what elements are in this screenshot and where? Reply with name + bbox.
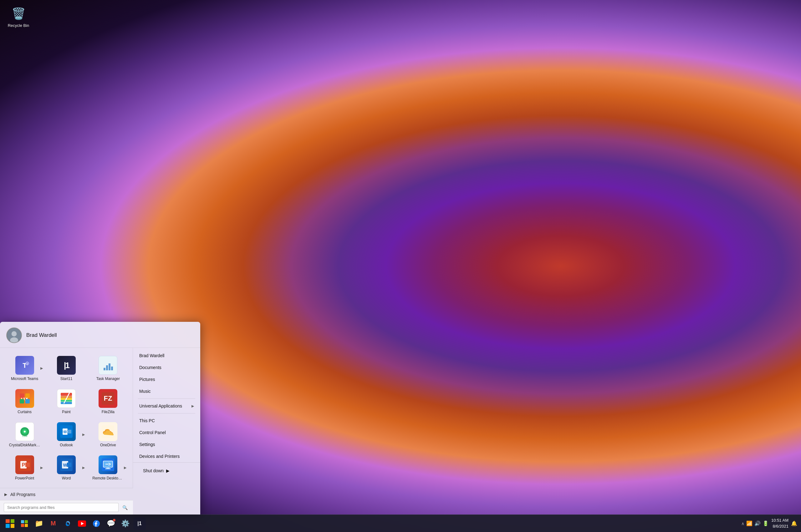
taskbar-right: ∧ 📶 🔊 🔋 10:51 AM 8/6/2021 🔔 xyxy=(741,518,797,529)
nav-universal-apps-arrow: ▶ xyxy=(191,404,194,408)
app-onedrive[interactable]: OneDrive xyxy=(88,419,128,450)
youtube-button[interactable] xyxy=(76,517,88,530)
recycle-bin-icon[interactable]: 🗑️ Recycle Bin xyxy=(4,3,33,30)
svg-rect-20 xyxy=(61,396,72,398)
app-ms-teams[interactable]: T T Microsoft Teams ▶ xyxy=(4,353,45,383)
nav-pictures-label: Pictures xyxy=(139,377,194,382)
nav-settings[interactable]: Settings xyxy=(133,438,200,450)
wifi-icon[interactable]: 📶 xyxy=(746,520,752,526)
paint-icon xyxy=(57,389,76,408)
rdp-arrow: ▶ xyxy=(124,466,126,470)
svg-point-2 xyxy=(10,337,18,343)
svg-rect-11 xyxy=(111,366,113,370)
gmail-button[interactable]: M xyxy=(47,517,59,530)
onedrive-label: OneDrive xyxy=(100,443,116,447)
nav-divider-1 xyxy=(138,398,195,399)
edge-button[interactable] xyxy=(61,517,74,530)
start-search-bar: 🔍 xyxy=(0,500,133,514)
nav-this-pc[interactable]: This PC xyxy=(133,415,200,426)
nav-settings-label: Settings xyxy=(139,442,194,447)
search-button[interactable]: 🔍 xyxy=(120,503,129,512)
task-manager-label: Task Manager xyxy=(96,377,120,381)
svg-rect-17 xyxy=(25,399,30,403)
app-paint[interactable]: Paint xyxy=(46,386,86,417)
app-word[interactable]: W Word ▶ xyxy=(46,452,86,483)
recycle-bin-label: Recycle Bin xyxy=(8,23,30,28)
app-rdp[interactable]: Remote Desktop Con... ▶ xyxy=(88,452,128,483)
recycle-bin-image: 🗑️ xyxy=(10,6,26,22)
curtains-icon: DX xyxy=(15,389,34,408)
filezilla-icon: FZ xyxy=(98,389,117,408)
start-button[interactable] xyxy=(4,517,16,530)
clock-time: 10:51 AM xyxy=(771,518,788,523)
nav-devices-printers[interactable]: Devices and Printers xyxy=(133,450,200,462)
start11-label: Start11 xyxy=(60,377,73,381)
nav-music[interactable]: Music xyxy=(133,385,200,397)
app-grid: T T Microsoft Teams ▶ |1 Star xyxy=(4,353,128,483)
outlook-arrow: ▶ xyxy=(82,433,85,437)
start-nav-panel: Brad Wardell Documents Pictures Music Un… xyxy=(133,348,200,514)
settings-taskbar-button[interactable]: ⚙️ xyxy=(119,517,131,530)
ms-teams-label: Microsoft Teams xyxy=(11,377,38,381)
crystaldiskmark-icon: CDM xyxy=(15,422,34,441)
all-programs-row[interactable]: ▶ All Programs xyxy=(0,488,133,500)
nav-brad-wardell[interactable]: Brad Wardell xyxy=(133,350,200,362)
nav-control-panel[interactable]: Control Panel xyxy=(133,426,200,438)
svg-rect-34 xyxy=(67,430,71,434)
start-user-row[interactable]: Brad Wardell xyxy=(0,322,200,348)
tray-expand-icon[interactable]: ∧ xyxy=(741,521,744,526)
widgets-icon xyxy=(21,520,28,527)
app-filezilla[interactable]: FZ FileZilla xyxy=(88,386,128,417)
user-name: Brad Wardell xyxy=(26,332,57,338)
app-curtains[interactable]: DX Curtains xyxy=(4,386,45,417)
nav-documents[interactable]: Documents xyxy=(133,362,200,374)
svg-rect-23 xyxy=(61,402,72,404)
nav-control-panel-label: Control Panel xyxy=(139,430,194,435)
nav-music-label: Music xyxy=(139,389,194,394)
nav-pictures[interactable]: Pictures xyxy=(133,374,200,385)
nav-brad-wardell-label: Brad Wardell xyxy=(139,353,194,358)
taskbar-items: 📁 M 💬 xyxy=(4,517,146,530)
svg-rect-15 xyxy=(25,394,30,398)
svg-rect-10 xyxy=(109,363,110,370)
volume-icon[interactable]: 🔊 xyxy=(755,520,761,526)
app-crystaldiskmark[interactable]: CDM CrystalDiskMark 7 (64... xyxy=(4,419,45,450)
svg-rect-22 xyxy=(61,400,72,402)
youtube-icon xyxy=(78,520,86,527)
app-outlook[interactable]: O Outlook ▶ xyxy=(46,419,86,450)
nav-universal-apps[interactable]: Universal Applications ▶ xyxy=(133,400,200,412)
system-tray: ∧ 📶 🔊 🔋 xyxy=(741,520,769,526)
filezilla-label: FileZilla xyxy=(102,410,114,414)
ms-teams-icon: T T xyxy=(15,356,34,375)
app-start11[interactable]: |1 Start11 xyxy=(46,353,86,383)
powerpoint-label: PowerPoint xyxy=(15,476,34,480)
svg-text:CDM: CDM xyxy=(22,435,27,437)
app-task-manager[interactable]: Task Manager xyxy=(88,353,128,383)
edge-icon xyxy=(64,520,71,527)
app-powerpoint[interactable]: P PowerPoint ▶ xyxy=(4,452,45,483)
svg-rect-16 xyxy=(20,399,24,403)
start11-icon: |1 xyxy=(57,356,76,375)
notification-bell-icon[interactable]: 🔔 xyxy=(791,520,797,526)
facebook-icon xyxy=(93,520,100,527)
svg-point-30 xyxy=(24,431,26,433)
svg-rect-50 xyxy=(105,469,111,469)
system-clock[interactable]: 10:51 AM 8/6/2021 xyxy=(771,518,788,529)
svg-rect-49 xyxy=(106,467,110,469)
curtains-label: Curtains xyxy=(18,410,32,414)
search-input[interactable] xyxy=(4,503,118,512)
svg-rect-14 xyxy=(20,394,24,398)
nav-devices-printers-label: Devices and Printers xyxy=(139,454,194,459)
facebook-button[interactable] xyxy=(90,517,103,530)
windows-logo-icon xyxy=(5,518,15,529)
teams-taskbar-button[interactable]: 💬 xyxy=(105,517,117,530)
nav-documents-label: Documents xyxy=(139,365,194,370)
outlook-icon: O xyxy=(57,422,76,441)
nav-universal-apps-label: Universal Applications xyxy=(139,403,191,408)
file-explorer-button[interactable]: 📁 xyxy=(33,517,45,530)
start11-taskbar-button[interactable]: |1 xyxy=(133,517,146,530)
shutdown-button[interactable]: Shut down ▶ xyxy=(139,466,194,476)
all-programs-label: All Programs xyxy=(10,492,35,497)
widgets-button[interactable] xyxy=(18,517,31,530)
battery-icon[interactable]: 🔋 xyxy=(763,520,769,526)
